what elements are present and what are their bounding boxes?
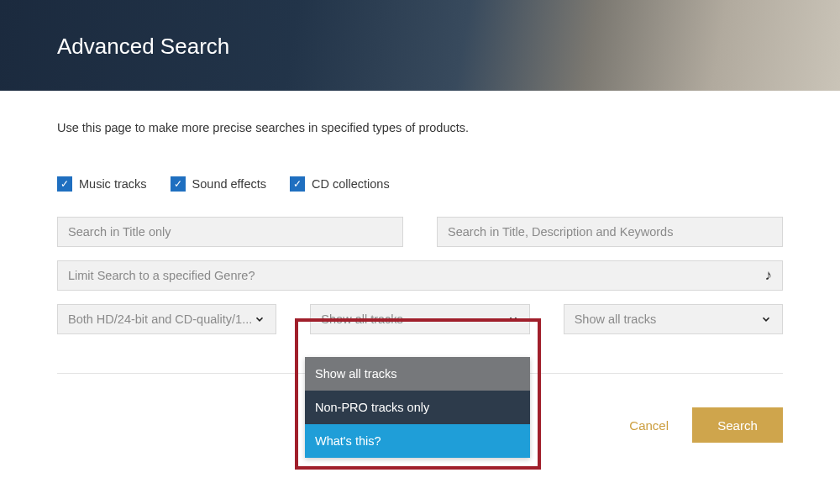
all-fields-input[interactable]: Search in Title, Description and Keyword… [437,217,783,247]
select-value: Show all tracks [575,312,657,326]
pro-filter-dropdown: Show all tracks Non-PRO tracks only What… [305,357,530,458]
chevron-down-icon [507,313,519,325]
pro-filter-select[interactable]: Show all tracks [310,304,529,334]
check-icon: ✓ [290,176,305,192]
checkbox-cd-collections[interactable]: ✓ CD collections [290,176,390,192]
input-placeholder: Search in Title, Description and Keyword… [448,225,673,239]
title-only-input[interactable]: Search in Title only [57,217,403,247]
checkbox-sound-effects[interactable]: ✓ Sound effects [171,176,266,192]
search-row-1: Search in Title only Search in Title, De… [57,217,783,247]
select-row: Both HD/24-bit and CD-quality/1... Show … [57,304,783,334]
search-button[interactable]: Search [692,407,783,443]
chevron-down-icon [254,313,265,325]
search-row-2: Limit Search to a specified Genre? ♪ [57,260,783,291]
checkbox-label: Sound effects [192,177,266,191]
check-icon: ✓ [57,176,72,192]
cancel-button[interactable]: Cancel [629,418,669,433]
checkbox-label: Music tracks [79,177,147,191]
quality-select[interactable]: Both HD/24-bit and CD-quality/1... [57,304,276,334]
input-placeholder: Limit Search to a specified Genre? [68,269,255,282]
music-note-icon: ♪ [765,267,773,284]
dropdown-option-show-all[interactable]: Show all tracks [305,357,530,391]
dropdown-option-whats-this[interactable]: What's this? [305,424,530,458]
product-type-checkboxes: ✓ Music tracks ✓ Sound effects ✓ CD coll… [57,176,783,192]
genre-input[interactable]: Limit Search to a specified Genre? ♪ [57,260,783,291]
pro-filter-select-right[interactable]: Show all tracks [564,304,783,334]
page-header: Advanced Search [0,0,840,91]
checkbox-label: CD collections [312,177,390,191]
intro-text: Use this page to make more precise searc… [57,121,783,134]
dropdown-option-non-pro[interactable]: Non-PRO tracks only [305,391,530,424]
check-icon: ✓ [171,176,186,192]
select-value: Show all tracks [321,312,403,326]
input-placeholder: Search in Title only [68,225,171,239]
checkbox-music-tracks[interactable]: ✓ Music tracks [57,176,147,192]
select-value: Both HD/24-bit and CD-quality/1... [68,312,252,326]
page-title: Advanced Search [57,34,783,60]
content-area: Use this page to make more precise searc… [0,91,840,443]
chevron-down-icon [760,313,772,325]
